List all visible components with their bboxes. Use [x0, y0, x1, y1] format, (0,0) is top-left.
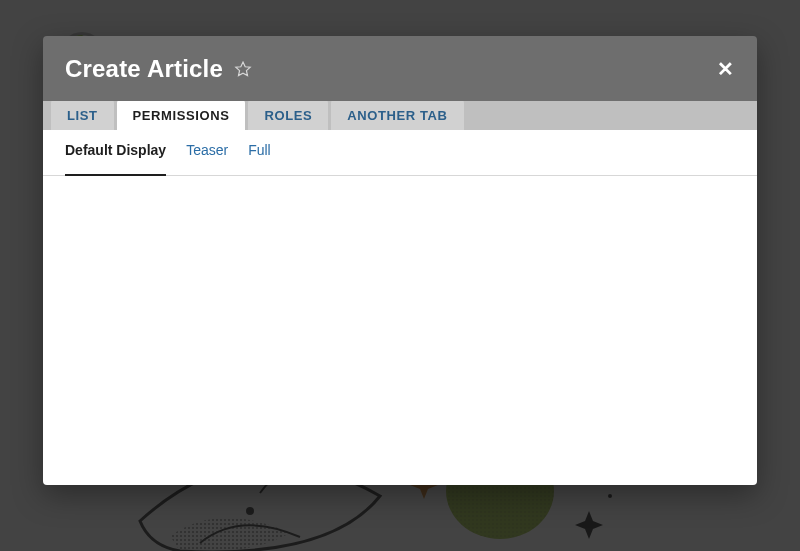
- tabs-bar: LIST PERMISSIONS ROLES ANOTHER TAB: [43, 101, 757, 131]
- tab-another[interactable]: ANOTHER TAB: [331, 100, 463, 130]
- tab-label: PERMISSIONS: [133, 108, 230, 123]
- subtab-teaser[interactable]: Teaser: [186, 142, 228, 166]
- tab-label: LIST: [67, 108, 98, 123]
- tab-roles[interactable]: ROLES: [248, 100, 328, 130]
- subtab-full[interactable]: Full: [248, 142, 271, 166]
- tab-permissions[interactable]: PERMISSIONS: [117, 100, 246, 130]
- svg-marker-6: [236, 62, 250, 76]
- tab-label: ANOTHER TAB: [347, 108, 447, 123]
- close-button[interactable]: ✕: [711, 55, 739, 83]
- modal-title: Create Article: [65, 55, 223, 83]
- close-icon: ✕: [717, 57, 734, 81]
- modal-body: [43, 176, 757, 485]
- subtabs: Default Display Teaser Full: [43, 131, 757, 176]
- modal-dialog: Create Article ✕ LIST PERMISSIONS ROLES …: [43, 36, 757, 485]
- modal-header: Create Article ✕: [43, 36, 757, 101]
- star-icon[interactable]: [233, 59, 253, 79]
- subtab-default-display[interactable]: Default Display: [65, 142, 166, 176]
- tab-label: ROLES: [264, 108, 312, 123]
- tab-list[interactable]: LIST: [51, 100, 114, 130]
